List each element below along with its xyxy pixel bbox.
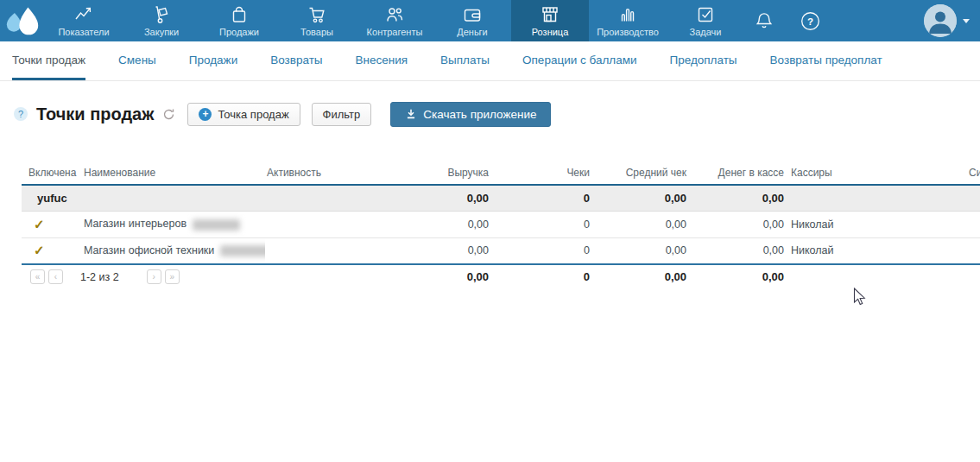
nav-item-label: Производство	[597, 27, 659, 37]
row-avg-check: 0,00	[591, 211, 688, 237]
tab-returns[interactable]: Возвраты	[270, 41, 322, 80]
nav-item-purchases[interactable]: Закупки	[123, 0, 200, 41]
col-header-enabled[interactable]: Включена	[22, 163, 82, 185]
point-name[interactable]: Магазин офисной техники	[82, 237, 265, 264]
download-button-label: Скачать приложение	[423, 108, 536, 121]
refresh-icon[interactable]	[162, 108, 175, 121]
summary-row[interactable]: yufuc 0,00 0 0,00 0,00	[22, 185, 980, 211]
total-cash: 0,00	[688, 264, 786, 288]
summary-revenue: 0,00	[377, 185, 490, 211]
point-name[interactable]: Магазин интерьеров	[82, 211, 265, 237]
tab-points-operations[interactable]: Операции с баллами	[522, 41, 636, 80]
organization-name: yufuc	[22, 185, 265, 211]
col-header-checks[interactable]: Чеки	[490, 163, 591, 185]
redacted-text	[193, 219, 240, 231]
col-header-avg-check[interactable]: Средний чек	[591, 163, 688, 185]
nav-item-counterparties[interactable]: Контрагенты	[356, 0, 433, 41]
row-checks: 0	[490, 237, 591, 264]
page-help-icon[interactable]: ?	[14, 107, 28, 121]
col-header-sync-clipped[interactable]: Си	[967, 163, 980, 185]
top-navigation: Показатели Закупки Продажи Товары	[0, 0, 980, 41]
nav-item-money[interactable]: Деньги	[433, 0, 511, 41]
nav-item-indicators[interactable]: Показатели	[45, 0, 123, 41]
row-revenue: 0,00	[377, 237, 490, 264]
nav-item-sales[interactable]: Продажи	[200, 0, 278, 41]
create-button-label: Точка продаж	[218, 108, 288, 121]
nav-item-label: Закупки	[144, 27, 179, 37]
plus-icon: +	[199, 108, 212, 121]
summary-checks: 0	[490, 185, 591, 211]
pagination: « ‹ 1-2 из 2 › »	[23, 269, 376, 284]
pager-prev-button[interactable]: ‹	[48, 269, 63, 284]
total-avg-check: 0,00	[591, 264, 688, 288]
bar-chart-icon	[617, 4, 638, 25]
total-checks: 0	[490, 264, 591, 288]
col-header-revenue[interactable]: Выручка	[377, 163, 490, 185]
user-avatar[interactable]	[924, 4, 957, 37]
hand-truck-icon	[151, 4, 172, 25]
row-checks: 0	[490, 211, 591, 237]
svg-text:?: ?	[807, 16, 813, 26]
wallet-icon	[462, 4, 483, 25]
tab-prepayment-returns[interactable]: Возвраты предоплат	[770, 41, 882, 80]
total-revenue: 0,00	[377, 264, 490, 288]
app-logo[interactable]	[0, 0, 45, 41]
storefront-icon	[540, 4, 560, 25]
shopping-cart-icon	[307, 4, 327, 25]
nav-item-label: Розница	[532, 27, 569, 37]
point-name-text: Магазин офисной техники	[84, 244, 214, 256]
points-of-sale-table: Включена Наименование Активность Выручка…	[0, 163, 980, 288]
pager-next-button[interactable]: ›	[147, 269, 161, 284]
line-chart-icon	[73, 4, 94, 25]
table-footer-row: « ‹ 1-2 из 2 › » 0,00 0 0,00 0,00	[22, 264, 980, 288]
page-title: Точки продаж	[36, 104, 154, 124]
section-tabs: Точки продаж Смены Продажи Возвраты Внес…	[0, 41, 980, 81]
enabled-check-icon: ✓	[23, 243, 45, 258]
table-header-row: Включена Наименование Активность Выручка…	[22, 163, 980, 185]
download-app-button[interactable]: Скачать приложение	[390, 102, 551, 127]
logo-icon	[3, 3, 42, 38]
tab-shifts[interactable]: Смены	[118, 41, 156, 80]
nav-item-goods[interactable]: Товары	[278, 0, 356, 41]
tab-deposits[interactable]: Внесения	[356, 41, 408, 80]
tab-sales[interactable]: Продажи	[189, 41, 237, 80]
table-row[interactable]: ✓ Магазин офисной техники 0,00 0 0,00 0,…	[22, 237, 980, 264]
col-header-activity[interactable]: Активность	[265, 163, 377, 185]
check-square-icon	[695, 4, 716, 25]
nav-item-label: Задачи	[690, 27, 722, 37]
redacted-text	[220, 245, 265, 256]
nav-item-label: Продажи	[219, 27, 259, 37]
notifications-bell-icon[interactable]	[753, 9, 775, 32]
point-name-text: Магазин интерьеров	[84, 218, 187, 230]
table-row[interactable]: ✓ Магазин интерьеров 0,00 0 0,00 0,00 Ни…	[22, 211, 980, 237]
col-header-cashiers[interactable]: Кассиры	[786, 163, 967, 185]
nav-item-label: Деньги	[457, 27, 488, 37]
summary-cash: 0,00	[688, 185, 786, 211]
row-cash: 0,00	[688, 237, 786, 264]
download-icon	[405, 108, 417, 120]
nav-item-retail[interactable]: Розница	[511, 0, 589, 41]
pager-first-button[interactable]: «	[30, 269, 45, 284]
nav-item-label: Показатели	[58, 27, 109, 37]
help-icon[interactable]: ?	[800, 10, 821, 32]
row-cashiers: Николай	[786, 237, 967, 264]
nav-item-production[interactable]: Производство	[589, 0, 667, 41]
pagination-range: 1-2 из 2	[80, 271, 119, 283]
page-toolbar: ? Точки продаж + Точка продаж Фильтр Ска…	[14, 101, 980, 127]
tab-points-of-sale[interactable]: Точки продаж	[12, 41, 85, 80]
enabled-check-icon: ✓	[23, 217, 45, 232]
tab-prepayments[interactable]: Предоплаты	[669, 41, 737, 80]
col-header-name[interactable]: Наименование	[82, 163, 265, 185]
row-cashiers: Николай	[786, 211, 967, 237]
nav-item-tasks[interactable]: Задачи	[667, 0, 744, 41]
col-header-cash[interactable]: Денег в кассе	[688, 163, 786, 185]
filter-button[interactable]: Фильтр	[312, 103, 372, 126]
pager-last-button[interactable]: »	[165, 269, 180, 284]
shopping-bag-icon	[229, 4, 250, 25]
filter-button-label: Фильтр	[323, 108, 361, 121]
account-menu-caret-icon[interactable]	[963, 19, 970, 23]
row-avg-check: 0,00	[591, 237, 688, 264]
mouse-cursor	[853, 288, 867, 310]
create-point-of-sale-button[interactable]: + Точка продаж	[187, 103, 300, 126]
tab-payouts[interactable]: Выплаты	[440, 41, 490, 80]
